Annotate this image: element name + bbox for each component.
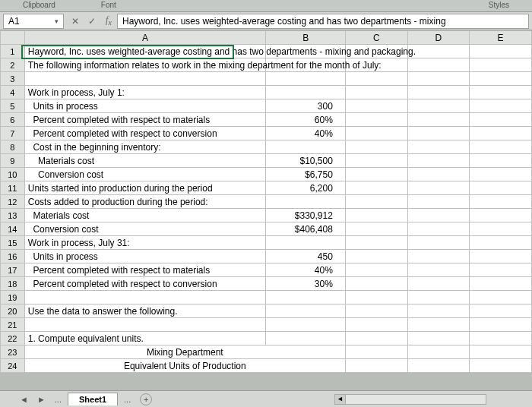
cell[interactable] [266,72,345,86]
row-header[interactable]: 7 [1,127,25,140]
cell[interactable] [345,359,407,373]
select-all-cell[interactable] [1,31,25,45]
cell[interactable] [470,113,532,127]
row-header[interactable]: 24 [1,359,25,373]
cell[interactable] [407,99,470,113]
row-header[interactable]: 17 [1,263,25,277]
cell[interactable] [345,140,407,154]
cell[interactable] [345,318,407,332]
row-header[interactable]: 19 [1,291,25,304]
cell[interactable] [470,195,532,209]
fx-icon[interactable]: fx [100,14,117,27]
cell[interactable]: 450 [266,250,345,263]
tab-nav-right-icon[interactable]: ► [33,395,50,404]
cell[interactable] [24,291,266,304]
cell[interactable] [470,72,532,86]
cell[interactable]: The following information relates to wor… [24,58,266,72]
cell[interactable] [24,72,266,86]
cell[interactable]: Mixing Department [24,345,345,359]
cell[interactable]: $406,408 [266,222,345,236]
row-header[interactable]: 13 [1,209,25,222]
cell[interactable] [345,113,407,127]
scroll-left-icon[interactable]: ◄ [335,395,346,404]
chevron-down-icon[interactable]: ▾ [55,17,59,25]
cell[interactable] [345,332,407,345]
cell[interactable]: Cost in the beginning inventory: [24,140,266,154]
cell[interactable] [266,195,345,209]
cell[interactable] [407,168,470,181]
row-header[interactable]: 5 [1,99,25,113]
row-header[interactable]: 12 [1,195,25,209]
row-header[interactable]: 20 [1,304,25,318]
row-header[interactable]: 6 [1,113,25,127]
ellipsis-icon[interactable]: ... [119,395,135,404]
cell[interactable] [470,318,532,332]
cell[interactable] [470,345,532,359]
row-header[interactable]: 18 [1,277,25,291]
cell[interactable] [407,359,470,373]
cell[interactable] [345,209,407,222]
cell[interactable] [470,140,532,154]
cell[interactable] [407,181,470,195]
cell[interactable] [407,154,470,168]
cell[interactable]: Percent completed with respect to materi… [24,113,266,127]
cell[interactable] [266,140,345,154]
cell[interactable] [266,318,345,332]
cell[interactable] [407,277,470,291]
row-header[interactable]: 22 [1,332,25,345]
cell[interactable]: Conversion cost [24,222,266,236]
formula-input[interactable]: Hayword, Inc. uses weighted-average cost… [117,14,529,29]
row-header[interactable]: 16 [1,250,25,263]
cell[interactable]: 40% [266,263,345,277]
cell[interactable] [407,236,470,250]
cell[interactable] [470,58,532,72]
cell[interactable] [345,72,407,86]
cell[interactable]: $330,912 [266,209,345,222]
cell[interactable] [345,86,407,99]
cell[interactable] [470,181,532,195]
cell[interactable] [266,86,345,99]
cell[interactable] [345,277,407,291]
cell[interactable] [407,113,470,127]
cell[interactable]: Units in process [24,99,266,113]
cell[interactable] [407,332,470,345]
column-header[interactable]: E [470,31,532,45]
cell[interactable]: 6,200 [266,181,345,195]
cell[interactable] [266,291,345,304]
cell[interactable]: Equivalent Units of Production [24,359,345,373]
cell[interactable]: Units in process [24,250,266,263]
cell[interactable] [407,318,470,332]
cell[interactable] [470,45,532,58]
cell[interactable] [470,304,532,318]
cell[interactable]: Hayword, Inc. uses weighted-average cost… [24,45,266,58]
cell[interactable] [345,345,407,359]
row-header[interactable]: 1 [1,45,25,58]
cell[interactable] [470,250,532,263]
horizontal-scrollbar[interactable]: ◄ [334,394,486,405]
cell[interactable] [407,250,470,263]
ellipsis-icon[interactable]: ... [50,395,66,404]
cell[interactable] [345,154,407,168]
name-box[interactable]: A1 ▾ [3,14,64,29]
cell[interactable] [470,291,532,304]
row-header[interactable]: 14 [1,222,25,236]
cell[interactable] [470,127,532,140]
tab-nav-left-icon[interactable]: ◄ [15,395,33,404]
row-header[interactable]: 8 [1,140,25,154]
cell[interactable] [345,263,407,277]
cell[interactable] [470,359,532,373]
check-icon[interactable]: ✓ [84,16,100,27]
column-headers[interactable]: ABCDE [1,31,532,45]
cell[interactable] [345,236,407,250]
row-header[interactable]: 11 [1,181,25,195]
cancel-icon[interactable]: ✕ [67,16,84,27]
cell[interactable]: 60% [266,113,345,127]
cell[interactable] [407,72,470,86]
cell[interactable] [470,99,532,113]
cell[interactable] [345,181,407,195]
cell[interactable]: Work in process, July 31: [24,236,266,250]
cell[interactable] [345,291,407,304]
cell[interactable] [470,236,532,250]
cell[interactable] [266,304,345,318]
cell[interactable] [24,318,266,332]
